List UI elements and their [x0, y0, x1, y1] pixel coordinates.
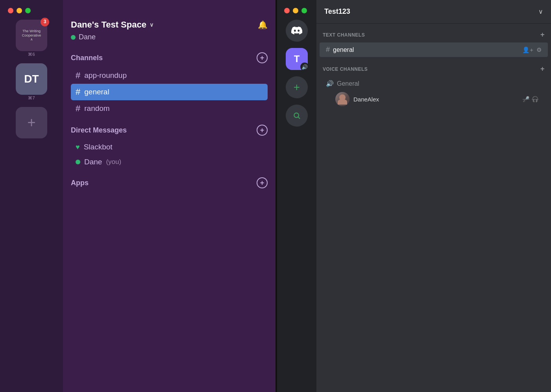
dm-section: Direct Messages + ♥ Slackbot Dane (you) [71, 125, 268, 169]
voice-channel-general: 🔊 General DaneAlex 🎤 🎧 [320, 77, 548, 108]
dm-item-slackbot[interactable]: ♥ Slackbot [71, 140, 268, 155]
deafen-icon: 🎧 [532, 96, 538, 102]
channel-item-app-roundup[interactable]: # app-roundup [71, 67, 268, 84]
add-server-button[interactable]: + [16, 107, 47, 138]
channels-section: Channels + # app-roundup # general # ran… [71, 52, 268, 117]
dm-item-dane[interactable]: Dane (you) [71, 155, 268, 169]
dm-name: Dane [84, 158, 102, 166]
speaker-badge: 🔊 [300, 63, 309, 71]
dt-server-icon[interactable]: DT [16, 63, 47, 95]
hash-icon: # [76, 70, 80, 81]
channel-name: random [84, 104, 109, 113]
online-dot [76, 160, 80, 164]
add-app-button[interactable]: + [257, 177, 268, 188]
discord-add-server-button[interactable]: + [286, 76, 308, 98]
dt-server-container: DT ⌘7 [16, 63, 47, 101]
writing-server-icon[interactable]: 3 The WritingCooperative∧ [16, 20, 47, 51]
right-close-button[interactable] [284, 8, 290, 13]
server-sidebar: 3 The WritingCooperative∧ ⌘6 DT ⌘7 + [0, 0, 63, 392]
close-button[interactable] [8, 8, 13, 13]
right-panel: T 🔊 + Test123 ∨ TEXT CHANNELS + [277, 0, 551, 392]
right-minimize-button[interactable] [293, 8, 298, 13]
discord-logo-icon[interactable] [286, 20, 308, 42]
text-channels-title: TEXT CHANNELS [323, 32, 365, 38]
discord-channel-name: general [333, 46, 354, 53]
voice-channel-name: General [337, 80, 359, 87]
add-dm-button[interactable]: + [257, 125, 268, 136]
speaker-icon: 🔊 [301, 64, 308, 70]
dm-name: Slackbot [84, 143, 113, 151]
text-channels-header: TEXT CHANNELS + [316, 28, 551, 42]
voice-user-name: DaneAlex [353, 96, 379, 103]
workspace-title: Dane's Test Space [71, 20, 146, 30]
writing-server-container: 3 The WritingCooperative∧ ⌘6 [16, 20, 47, 57]
workspace-header: Dane's Test Space ∨ 🔔 [71, 20, 268, 30]
hash-icon: # [76, 87, 80, 97]
avatar-image [335, 92, 349, 106]
channel-item-random[interactable]: # random [71, 100, 268, 117]
bell-icon[interactable]: 🔔 [258, 20, 268, 29]
voice-user-avatar [335, 92, 349, 106]
add-voice-channel-button[interactable]: + [540, 65, 545, 73]
channel-left: # general [326, 46, 354, 54]
notification-badge: 3 [41, 18, 49, 26]
heart-icon: ♥ [76, 143, 80, 151]
discord-server-header: Test123 ∨ [316, 0, 551, 24]
mute-icon: 🎤 [523, 96, 529, 102]
writing-server-shortcut: ⌘6 [28, 52, 35, 57]
voice-user-left: DaneAlex [335, 92, 379, 106]
channel-item-general[interactable]: # general [71, 84, 268, 100]
left-panel: 3 The WritingCooperative∧ ⌘6 DT ⌘7 + Dan… [0, 0, 276, 392]
minimize-button[interactable] [17, 8, 22, 13]
discord-channel-panel: Test123 ∨ TEXT CHANNELS + # general 👤+ ⚙ [316, 0, 551, 392]
workspace-name[interactable]: Dane's Test Space ∨ [71, 20, 153, 30]
workspace-chevron: ∨ [150, 22, 153, 28]
channel-list: Dane's Test Space ∨ 🔔 Dane Channels + # … [63, 0, 276, 392]
speaker-icon: 🔊 [326, 80, 334, 87]
t-server-container: T 🔊 [286, 48, 308, 70]
discord-sidebar: T 🔊 + [277, 0, 316, 392]
dm-section-title: Direct Messages [71, 126, 127, 134]
voice-user-danelex[interactable]: DaneAlex 🎤 🎧 [326, 90, 542, 108]
channel-name: app-roundup [84, 71, 127, 80]
right-maximize-button[interactable] [301, 8, 307, 13]
username-label: Dane [79, 33, 96, 41]
dm-section-header: Direct Messages + [71, 125, 268, 136]
online-status-dot [71, 35, 76, 40]
left-traffic-lights [8, 8, 31, 13]
apps-section: Apps + [71, 177, 268, 192]
add-member-icon[interactable]: 👤+ [522, 46, 533, 53]
maximize-button[interactable] [25, 8, 31, 13]
you-label: (you) [106, 158, 121, 166]
voice-user-icons: 🎤 🎧 [523, 96, 538, 102]
discord-search-button[interactable] [286, 105, 308, 127]
apps-section-title: Apps [71, 179, 89, 187]
channels-section-title: Channels [71, 54, 103, 62]
settings-icon[interactable]: ⚙ [536, 46, 542, 53]
apps-section-header: Apps + [71, 177, 268, 188]
add-text-channel-button[interactable]: + [540, 31, 545, 39]
discord-channel-general[interactable]: # general 👤+ ⚙ [320, 42, 548, 57]
channels-section-header: Channels + [71, 52, 268, 63]
discord-server-chevron[interactable]: ∨ [538, 8, 543, 15]
discord-server-name: Test123 [324, 7, 350, 16]
writing-server-label: The WritingCooperative∧ [22, 29, 41, 42]
right-traffic-lights [284, 8, 307, 13]
voice-channels-header: VOICE CHANNELS + [316, 62, 551, 76]
add-channel-button[interactable]: + [257, 52, 268, 63]
channel-name: general [84, 88, 109, 96]
dt-server-shortcut: ⌘7 [28, 96, 35, 101]
voice-channel-name-label[interactable]: 🔊 General [326, 77, 542, 90]
hash-icon: # [326, 46, 330, 54]
user-status: Dane [71, 33, 268, 41]
hash-icon: # [76, 103, 80, 114]
svg-line-1 [298, 117, 300, 119]
discord-channel-content: TEXT CHANNELS + # general 👤+ ⚙ VOICE CHA… [316, 24, 551, 112]
voice-channels-title: VOICE CHANNELS [323, 66, 368, 72]
channel-action-icons: 👤+ ⚙ [522, 46, 542, 53]
